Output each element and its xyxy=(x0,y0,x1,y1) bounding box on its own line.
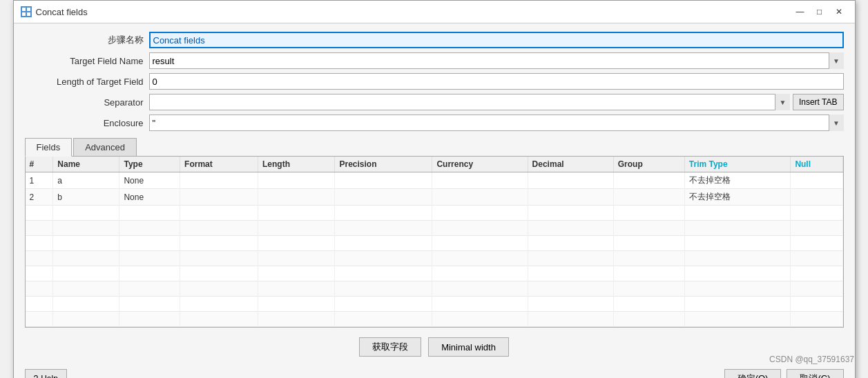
col-num: # xyxy=(26,157,53,172)
col-name: Name xyxy=(53,157,119,172)
col-decimal: Decimal xyxy=(528,157,613,172)
cell-format xyxy=(180,189,258,206)
fields-table-container: # Name Type Format Length Precision Curr… xyxy=(25,157,844,328)
cell-precision xyxy=(335,189,432,206)
target-field-row: Target Field Name ▼ xyxy=(25,52,844,69)
target-field-arrow-button[interactable]: ▼ xyxy=(829,52,844,69)
step-name-input[interactable] xyxy=(149,32,844,48)
action-buttons-row: 获取字段 Minimal width xyxy=(25,333,844,361)
table-row[interactable]: 2 b None 不去掉空格 xyxy=(26,189,843,206)
svg-rect-3 xyxy=(27,12,30,16)
enclosure-input-wrap: ▼ xyxy=(149,115,844,131)
cell-group xyxy=(613,189,684,206)
cell-trim-type: 不去掉空格 xyxy=(684,189,791,206)
col-currency: Currency xyxy=(432,157,528,172)
title-controls: — □ ✕ xyxy=(791,5,848,19)
cell-num: 2 xyxy=(26,189,53,206)
col-trim-type: Trim Type xyxy=(684,157,791,172)
col-type: Type xyxy=(119,157,180,172)
separator-input[interactable] xyxy=(149,94,790,110)
cell-trim-type: 不去掉空格 xyxy=(684,172,791,189)
watermark-text: CSDN @qq_37591637 xyxy=(769,355,854,364)
main-window: Concat fields — □ ✕ 步骤名称 Target Field Na… xyxy=(13,0,856,378)
cell-length xyxy=(258,172,335,189)
confirm-button[interactable]: 确定(O) xyxy=(724,369,782,378)
get-fields-button[interactable]: 获取字段 xyxy=(359,337,421,357)
help-icon: ? xyxy=(34,374,39,378)
cell-length xyxy=(258,189,335,206)
tab-advanced[interactable]: Advanced xyxy=(73,138,137,156)
length-row: Length of Target Field xyxy=(25,73,844,90)
window-body: 步骤名称 Target Field Name ▼ Length of Targe… xyxy=(14,23,855,378)
table-row-empty xyxy=(26,236,843,251)
minimize-button[interactable]: — xyxy=(791,5,809,19)
confirm-cancel-row: 确定(O) 取消(C) xyxy=(724,369,844,378)
enclosure-row: Enclosure ▼ xyxy=(25,115,844,131)
svg-rect-2 xyxy=(22,12,26,16)
step-name-input-wrap xyxy=(149,32,844,48)
window-title: Concat fields xyxy=(36,7,88,17)
cell-name: a xyxy=(53,172,119,189)
col-precision: Precision xyxy=(335,157,432,172)
col-group: Group xyxy=(613,157,684,172)
cell-null xyxy=(791,189,842,206)
title-bar: Concat fields — □ ✕ xyxy=(14,1,855,23)
tab-fields[interactable]: Fields xyxy=(25,138,73,157)
target-field-input-wrap: ▼ xyxy=(149,52,844,69)
cell-type: None xyxy=(119,172,180,189)
table-row-empty xyxy=(26,251,843,266)
separator-input-wrap: ▼ xyxy=(149,94,790,110)
table-row-empty xyxy=(26,312,843,327)
cell-name: b xyxy=(53,189,119,206)
col-null: Null xyxy=(791,157,842,172)
step-name-label: 步骤名称 xyxy=(25,34,149,46)
cell-null xyxy=(791,172,842,189)
step-name-row: 步骤名称 xyxy=(25,32,844,48)
cell-type: None xyxy=(119,189,180,206)
table-row-empty xyxy=(26,266,843,281)
enclosure-label: Enclosure xyxy=(25,118,149,128)
tabs-container: Fields Advanced xyxy=(25,138,844,157)
title-bar-left: Concat fields xyxy=(21,6,88,17)
col-format: Format xyxy=(180,157,258,172)
cell-num: 1 xyxy=(26,172,53,189)
separator-label: Separator xyxy=(25,97,149,108)
enclosure-input[interactable] xyxy=(149,115,844,131)
cell-currency xyxy=(432,172,528,189)
length-input-wrap xyxy=(149,73,844,90)
help-button[interactable]: ? Help xyxy=(25,369,67,378)
cancel-button[interactable]: 取消(C) xyxy=(787,369,843,378)
bottom-section: 获取字段 Minimal width ? Help 确定(O) 取消(C) xyxy=(25,333,844,378)
table-row-empty xyxy=(26,221,843,236)
cell-currency xyxy=(432,189,528,206)
close-button[interactable]: ✕ xyxy=(830,5,848,19)
enclosure-arrow-button[interactable]: ▼ xyxy=(829,115,844,131)
col-length: Length xyxy=(258,157,335,172)
footer-row: ? Help 确定(O) 取消(C) xyxy=(25,366,844,378)
length-label: Length of Target Field xyxy=(25,77,149,87)
target-field-label: Target Field Name xyxy=(25,56,149,66)
table-row[interactable]: 1 a None 不去掉空格 xyxy=(26,172,843,189)
target-field-input[interactable] xyxy=(149,52,844,69)
table-header-row: # Name Type Format Length Precision Curr… xyxy=(26,157,843,172)
table-row-empty xyxy=(26,297,843,312)
svg-rect-1 xyxy=(27,8,30,11)
separator-row: Separator ▼ Insert TAB xyxy=(25,94,844,110)
separator-arrow-button[interactable]: ▼ xyxy=(775,94,790,110)
maximize-button[interactable]: □ xyxy=(811,5,829,19)
length-input[interactable] xyxy=(149,73,844,90)
window-icon xyxy=(21,6,32,17)
cell-decimal xyxy=(528,189,613,206)
svg-rect-0 xyxy=(22,8,26,11)
minimal-width-button[interactable]: Minimal width xyxy=(428,337,509,357)
cell-decimal xyxy=(528,172,613,189)
insert-tab-button[interactable]: Insert TAB xyxy=(793,94,844,110)
table-row-empty xyxy=(26,281,843,297)
cell-precision xyxy=(335,172,432,189)
cell-format xyxy=(180,172,258,189)
cell-group xyxy=(613,172,684,189)
fields-table: # Name Type Format Length Precision Curr… xyxy=(26,157,843,327)
table-row-empty xyxy=(26,206,843,221)
help-label: Help xyxy=(41,374,58,378)
